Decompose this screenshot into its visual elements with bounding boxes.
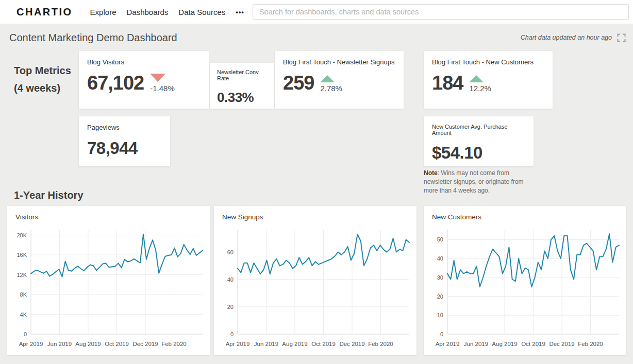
svg-text:Jun 2019: Jun 2019 [47, 341, 72, 347]
svg-text:20K: 20K [16, 232, 27, 238]
svg-text:4K: 4K [20, 311, 27, 318]
nav-item-dashboards[interactable]: Dashboards [121, 8, 173, 16]
metric-value: 0.33% [217, 91, 266, 104]
nav-item-data-sources[interactable]: Data Sources [173, 8, 230, 16]
metric-value: 184 [432, 73, 463, 93]
updated-status: Chart data updated an hour ago [521, 34, 612, 41]
svg-text:50: 50 [437, 236, 443, 242]
svg-text:8K: 8K [20, 291, 27, 298]
metric-label: Newsletter Conv. Rate [217, 69, 266, 81]
more-menu-icon[interactable]: ••• [230, 8, 249, 16]
fullscreen-icon[interactable] [617, 33, 626, 42]
top-metrics-heading: Top Metrics (4 weeks) [14, 62, 71, 97]
chart-title: New Signups [214, 206, 417, 221]
svg-text:Apr 2019: Apr 2019 [19, 341, 43, 347]
triangle-up-icon [320, 75, 335, 82]
new-customers-line-chart[interactable]: Apr 2019Jun 2019Aug 2019Oct 2019Dec 2019… [424, 223, 626, 351]
search-bar [253, 4, 629, 20]
top-metrics-heading-line2: (4 weeks) [14, 79, 71, 97]
svg-text:40: 40 [437, 255, 443, 262]
svg-text:Jun 2019: Jun 2019 [464, 341, 488, 347]
svg-text:0: 0 [230, 331, 234, 337]
svg-text:Oct 2019: Oct 2019 [521, 341, 545, 347]
svg-text:Feb 2020: Feb 2020 [161, 341, 187, 347]
metric-card-avg-purchase: New Customer Avg. Purchase Amount $54.10 [424, 116, 534, 166]
svg-text:40: 40 [227, 276, 234, 283]
metric-delta: 2.78% [320, 84, 342, 92]
metric-value: $54.10 [432, 144, 525, 161]
metric-value: 67,102 [87, 73, 144, 93]
metric-label: Blog Visitors [87, 58, 201, 66]
svg-text:Feb 2020: Feb 2020 [368, 341, 393, 347]
svg-text:20: 20 [227, 304, 234, 310]
svg-text:12K: 12K [16, 272, 27, 278]
title-bar: Content Marketing Demo Dashboard Chart d… [0, 25, 633, 50]
svg-text:16K: 16K [16, 252, 27, 258]
svg-text:0: 0 [440, 331, 443, 337]
metric-value: 259 [283, 73, 314, 93]
svg-text:0: 0 [24, 331, 27, 337]
svg-text:Aug 2019: Aug 2019 [75, 341, 101, 347]
search-input[interactable] [253, 4, 629, 20]
triangle-down-icon [150, 74, 165, 82]
metric-delta: -1.48% [150, 84, 175, 92]
svg-text:Apr 2019: Apr 2019 [436, 341, 460, 347]
svg-text:Apr 2019: Apr 2019 [226, 341, 250, 347]
top-metrics-heading-line1: Top Metrics [14, 62, 71, 79]
svg-text:Dec 2019: Dec 2019 [339, 341, 364, 347]
metric-label: Pageviews [87, 124, 162, 131]
title-bar-right: Chart data updated an hour ago [521, 33, 626, 42]
metrics-note: Note: Wins may not come from newsletter … [424, 169, 531, 195]
metric-card-newsletter-conv-rate: Newsletter Conv. Rate 0.33% [210, 63, 274, 109]
new-signups-line-chart[interactable]: Apr 2019Jun 2019Aug 2019Oct 2019Dec 2019… [214, 223, 417, 351]
metric-value: 78,944 [87, 140, 162, 157]
svg-text:Dec 2019: Dec 2019 [132, 341, 158, 347]
svg-text:Aug 2019: Aug 2019 [492, 341, 517, 347]
page-title: Content Marketing Demo Dashboard [9, 32, 177, 44]
note-label: Note [424, 169, 438, 177]
svg-text:Feb 2020: Feb 2020 [578, 341, 603, 347]
svg-text:20: 20 [437, 293, 443, 300]
metric-card-new-customers: Blog First Touch - New Customers 184 12.… [424, 51, 553, 109]
chart-title: Visitors [7, 206, 210, 221]
metric-card-newsletter-signups: Blog First Touch - Newsletter Signups 25… [275, 51, 404, 109]
svg-text:Oct 2019: Oct 2019 [105, 341, 129, 347]
metric-card-blog-visitors: Blog Visitors 67,102 -1.48% [79, 51, 209, 109]
svg-text:Dec 2019: Dec 2019 [549, 341, 574, 347]
svg-text:Oct 2019: Oct 2019 [311, 341, 336, 347]
note-text: : Wins may not come from newsletter sign… [424, 169, 523, 194]
chart-card-visitors: Visitors Apr 2019Jun 2019Aug 2019Oct 201… [7, 206, 210, 355]
svg-text:10: 10 [437, 312, 443, 318]
metric-card-pageviews: Pageviews 78,944 [79, 116, 170, 166]
svg-text:30: 30 [437, 274, 443, 281]
metric-label: Blog First Touch - Newsletter Signups [283, 58, 395, 66]
triangle-up-icon [469, 75, 484, 82]
metric-label: New Customer Avg. Purchase Amount [432, 124, 525, 136]
metric-label: Blog First Touch - New Customers [432, 58, 544, 66]
top-nav: CHARTIO Explore Dashboards Data Sources … [0, 0, 633, 24]
chart-card-new-customers: New Customers Apr 2019Jun 2019Aug 2019Oc… [424, 206, 626, 355]
history-heading: 1-Year History [14, 186, 84, 204]
chartio-logo[interactable]: CHARTIO [16, 6, 73, 18]
svg-text:Aug 2019: Aug 2019 [282, 341, 307, 347]
metric-delta: 12.2% [469, 84, 491, 92]
chart-card-new-signups: New Signups Apr 2019Jun 2019Aug 2019Oct … [214, 206, 417, 355]
nav-item-explore[interactable]: Explore [85, 8, 122, 16]
visitors-line-chart[interactable]: Apr 2019Jun 2019Aug 2019Oct 2019Dec 2019… [7, 223, 210, 351]
svg-text:60: 60 [227, 249, 234, 255]
page: CHARTIO Explore Dashboards Data Sources … [0, 0, 633, 364]
chart-title: New Customers [424, 206, 626, 221]
svg-text:Jun 2019: Jun 2019 [254, 341, 278, 347]
